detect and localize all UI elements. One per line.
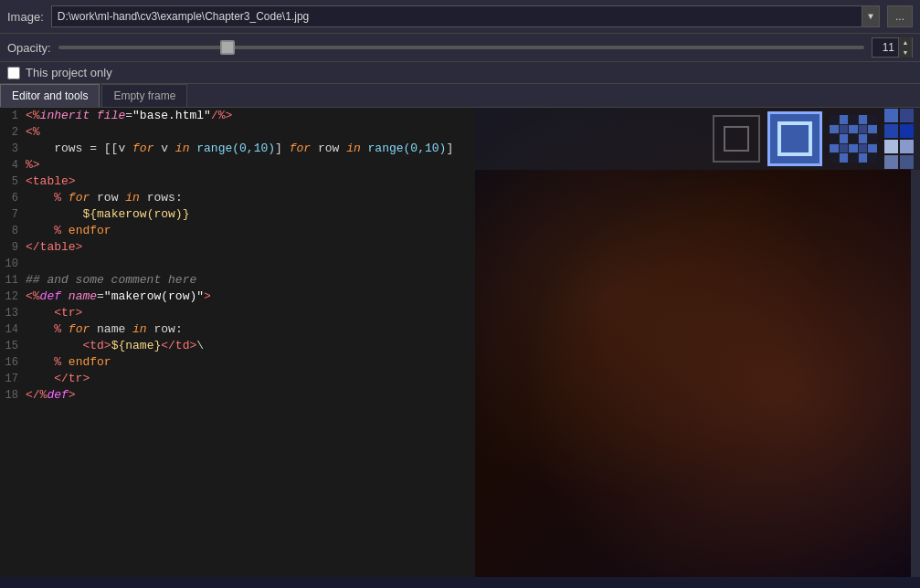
grid-cell xyxy=(859,134,868,143)
tab-editor-tools[interactable]: Editor and tools xyxy=(0,84,100,107)
line-content: %> xyxy=(26,157,40,173)
opacity-spin-up[interactable]: ▲ xyxy=(899,37,912,47)
opacity-spin-down[interactable]: ▼ xyxy=(899,47,912,58)
opacity-spinners: ▲ ▼ xyxy=(898,37,912,58)
line-content: <td>${name}</td>\ xyxy=(26,338,204,354)
table-row: 18</%def> xyxy=(0,387,475,404)
line-number: 9 xyxy=(0,239,26,256)
line-number: 18 xyxy=(0,387,26,404)
code-lines: 1<%inherit file="base.html"/%>2<%3 rows … xyxy=(0,108,475,404)
grid-cell xyxy=(868,115,877,124)
grid-cell xyxy=(868,144,877,153)
grid-cell xyxy=(830,125,839,134)
image-path-dropdown[interactable]: ▼ xyxy=(862,5,880,27)
line-content: <tr> xyxy=(26,305,82,321)
line-number: 4 xyxy=(0,157,26,173)
line-number: 13 xyxy=(0,305,26,321)
grid-cell xyxy=(859,125,868,134)
line-number: 15 xyxy=(0,338,26,354)
line-number: 5 xyxy=(0,173,26,190)
color-swatch[interactable] xyxy=(884,109,898,122)
project-only-label: This project only xyxy=(26,66,112,79)
line-number: 11 xyxy=(0,272,26,289)
image-path-container: ▼ xyxy=(51,5,880,27)
color-swatch[interactable] xyxy=(900,155,914,169)
line-number: 3 xyxy=(0,141,26,157)
table-row: 1<%inherit file="base.html"/%> xyxy=(0,108,475,124)
line-number: 10 xyxy=(0,256,26,272)
line-number: 6 xyxy=(0,190,26,206)
line-content: % for row in rows: xyxy=(26,190,183,206)
line-content: % endfor xyxy=(26,354,111,371)
color-swatch[interactable] xyxy=(884,124,898,138)
vertical-scrollbar[interactable] xyxy=(911,108,920,577)
opacity-slider[interactable] xyxy=(58,40,864,55)
color-swatch[interactable] xyxy=(884,140,898,153)
table-row: 6 % for row in rows: xyxy=(0,190,475,206)
table-row: 2<% xyxy=(0,124,475,141)
table-row: 14 % for name in row: xyxy=(0,321,475,338)
line-number: 8 xyxy=(0,223,26,239)
line-number: 16 xyxy=(0,354,26,371)
color-swatch[interactable] xyxy=(900,124,914,138)
line-content: rows = [[v for v in range(0,10)] for row… xyxy=(26,141,453,157)
grid-cell xyxy=(849,134,858,143)
image-label: Image: xyxy=(7,10,44,24)
grid-cell xyxy=(859,144,868,153)
color-swatches xyxy=(883,108,916,172)
line-content: </tr> xyxy=(26,371,90,387)
grid-cell xyxy=(849,153,858,163)
line-number: 14 xyxy=(0,321,26,338)
line-content: <% xyxy=(26,124,40,141)
slider-thumb[interactable] xyxy=(220,40,235,55)
line-content: % for name in row: xyxy=(26,321,183,338)
table-row: 8 % endfor xyxy=(0,223,475,239)
image-path-input[interactable] xyxy=(51,5,862,27)
preview-empty-box[interactable] xyxy=(713,115,760,163)
grid-cell xyxy=(849,125,858,134)
checkbox-row: This project only xyxy=(0,62,920,84)
line-number: 12 xyxy=(0,289,26,305)
grid-cell xyxy=(830,115,839,124)
grid-cell xyxy=(849,115,858,124)
grid-cell xyxy=(830,134,839,143)
grid-cell xyxy=(840,144,849,153)
grid-cell xyxy=(840,115,849,124)
table-row: 12<%def name="makerow(row)"> xyxy=(0,289,475,305)
preview-grid-box[interactable] xyxy=(830,115,877,163)
grid-cell xyxy=(830,153,839,163)
line-content: <%inherit file="base.html"/%> xyxy=(26,108,232,124)
color-swatch[interactable] xyxy=(900,109,914,122)
more-button[interactable]: ... xyxy=(887,5,913,27)
grid-cell xyxy=(840,153,849,163)
color-swatch[interactable] xyxy=(884,155,898,169)
table-row: 15 <td>${name}</td>\ xyxy=(0,338,475,354)
opacity-bar: Opacity: 11 ▲ ▼ xyxy=(0,34,920,62)
table-row: 16 % endfor xyxy=(0,354,475,371)
line-content: <table> xyxy=(26,173,76,190)
color-swatch[interactable] xyxy=(900,140,914,153)
preview-active-box[interactable] xyxy=(767,111,822,166)
line-number: 1 xyxy=(0,108,26,124)
table-row: 7 ${makerow(row)} xyxy=(0,206,475,223)
table-row: 9</table> xyxy=(0,239,475,256)
tab-empty-frame[interactable]: Empty frame xyxy=(101,84,187,107)
grid-cell xyxy=(840,134,849,143)
main-content: 1<%inherit file="base.html"/%>2<%3 rows … xyxy=(0,108,920,577)
preview-empty-inner xyxy=(724,126,749,152)
line-number: 2 xyxy=(0,124,26,141)
line-content: % endfor xyxy=(26,223,111,239)
line-content: </table> xyxy=(26,239,82,256)
table-row: 10 xyxy=(0,256,475,272)
code-editor[interactable]: 1<%inherit file="base.html"/%>2<%3 rows … xyxy=(0,108,475,577)
opacity-value: 11 xyxy=(872,41,898,54)
grid-cell xyxy=(859,153,868,163)
project-only-checkbox[interactable] xyxy=(7,67,20,79)
line-content: </%def> xyxy=(26,387,76,404)
table-row: 17 </tr> xyxy=(0,371,475,387)
table-row: 3 rows = [[v for v in range(0,10)] for r… xyxy=(0,141,475,157)
line-content: ## and some comment here xyxy=(26,272,196,289)
grid-cell xyxy=(849,144,858,153)
grid-cell xyxy=(868,125,877,134)
grid-cell xyxy=(840,125,849,134)
